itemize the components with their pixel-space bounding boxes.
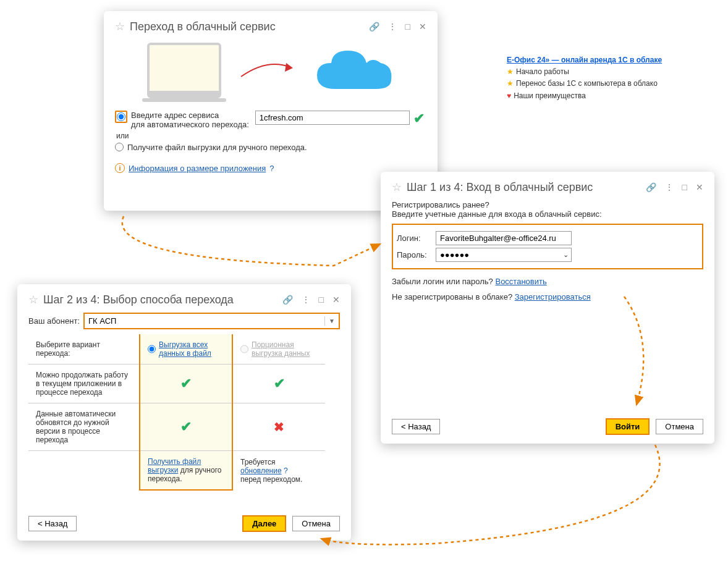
- titlebar: ☆ Шаг 1 из 4: Вход в облачный сервис 🔗 ⋮…: [392, 180, 703, 194]
- subscriber-label: Ваш абонент:: [28, 316, 80, 326]
- forgot-label: Забыли логин или пароль?: [392, 277, 493, 286]
- check-icon: ✔: [413, 111, 425, 127]
- maximize-icon[interactable]: □: [682, 182, 687, 192]
- maximize-icon[interactable]: □: [405, 22, 410, 32]
- menu-icon[interactable]: ⋮: [388, 22, 397, 32]
- star-icon: ★: [507, 66, 514, 78]
- menu-icon[interactable]: ⋮: [665, 182, 674, 192]
- options-table: Выберите вариант перехода: Выгрузка всех…: [28, 334, 325, 491]
- x-icon: ✖: [274, 420, 284, 434]
- app-size-info-link[interactable]: Информация о размере приложения: [129, 164, 266, 173]
- foot2-prefix: Требуется: [240, 458, 275, 466]
- favorite-star-icon[interactable]: ☆: [28, 293, 38, 306]
- close-icon[interactable]: ✕: [696, 182, 703, 192]
- credentials-box: Логин: Пароль: ⌄: [392, 224, 703, 269]
- close-icon[interactable]: ✕: [419, 22, 426, 32]
- window-title: Переход в облачный сервис: [130, 20, 369, 33]
- window-title: Шаг 2 из 4: Выбор способа перехода: [43, 293, 282, 306]
- maximize-icon[interactable]: □: [319, 295, 324, 305]
- cancel-button[interactable]: Отмена: [292, 516, 340, 531]
- link-icon[interactable]: 🔗: [369, 22, 379, 32]
- sidebar-links: Е-Офис 24» — онлайн аренда 1С в облаке ★…: [507, 54, 662, 102]
- choose-label: Выберите вариант перехода:: [28, 334, 140, 365]
- radio-auto-label-2: для автоматического перехода:: [131, 120, 249, 129]
- link-icon[interactable]: 🔗: [282, 295, 293, 305]
- sidebar-item[interactable]: Наши преимущества: [514, 90, 586, 102]
- favorite-star-icon[interactable]: ☆: [115, 20, 125, 33]
- check-icon: ✔: [180, 376, 192, 391]
- next-button[interactable]: Далее: [242, 515, 286, 532]
- check-icon: ✔: [180, 419, 192, 434]
- or-label: или: [116, 132, 426, 140]
- sidebar-item[interactable]: Начало работы: [516, 66, 569, 78]
- prompt-enter-creds: Введите учетные данные для входа в облач…: [392, 209, 703, 219]
- close-icon[interactable]: ✕: [332, 295, 340, 305]
- radio-portion-export: [240, 345, 248, 353]
- subscriber-value[interactable]: [85, 314, 324, 328]
- reveal-password-icon[interactable]: ⌄: [561, 251, 571, 259]
- illustration: [115, 43, 426, 98]
- back-button[interactable]: < Назад: [28, 516, 77, 531]
- favorite-star-icon[interactable]: ☆: [392, 180, 402, 194]
- titlebar: ☆ Шаг 2 из 4: Выбор способа перехода 🔗 ⋮…: [28, 293, 340, 306]
- password-input[interactable]: [436, 248, 561, 261]
- cloud-icon: [314, 46, 394, 95]
- heart-icon: ♥: [507, 90, 511, 102]
- menu-icon[interactable]: ⋮: [302, 295, 310, 305]
- row-continue-work: Можно продолжать работу в текущем прилож…: [28, 365, 140, 403]
- radio-manual-export[interactable]: [115, 143, 124, 151]
- subscriber-select[interactable]: ▼: [83, 313, 340, 329]
- help-icon[interactable]: ?: [284, 466, 288, 475]
- prompt-registered: Регистрировались ранее?: [392, 200, 703, 209]
- row-auto-update: Данные автоматически обновятся до нужной…: [28, 403, 140, 451]
- star-icon: ★: [507, 78, 514, 90]
- help-icon[interactable]: ?: [269, 164, 274, 173]
- info-icon: i: [115, 163, 125, 173]
- laptop-icon: [147, 43, 221, 98]
- login-label: Логин:: [397, 234, 431, 243]
- foot2-suffix: перед переходом.: [240, 475, 302, 484]
- radio-auto-label-1: Введите адрес сервиса: [131, 111, 249, 120]
- password-label: Пароль:: [397, 250, 431, 259]
- login-input[interactable]: [436, 231, 572, 245]
- window-title: Шаг 1 из 4: Вход в облачный сервис: [407, 181, 646, 194]
- back-button[interactable]: < Назад: [392, 419, 440, 434]
- window-choose-method: ☆ Шаг 2 из 4: Выбор способа перехода 🔗 ⋮…: [17, 284, 351, 541]
- opt-portion-export: Порционная выгрузка данных: [252, 340, 318, 358]
- dropdown-icon[interactable]: ▼: [324, 316, 339, 326]
- radio-auto-highlight: [115, 111, 127, 123]
- update-link[interactable]: обновление: [240, 466, 282, 475]
- login-button[interactable]: Войти: [606, 418, 650, 435]
- radio-full-export[interactable]: [148, 345, 156, 353]
- radio-auto-address[interactable]: [117, 112, 125, 121]
- window-login: ☆ Шаг 1 из 4: Вход в облачный сервис 🔗 ⋮…: [381, 172, 714, 444]
- cancel-button[interactable]: Отмена: [656, 419, 703, 434]
- opt-full-export[interactable]: Выгрузка всех данных в файл: [159, 340, 224, 358]
- noreg-label: Не зарегистрированы в облаке?: [392, 292, 512, 301]
- titlebar: ☆ Переход в облачный сервис 🔗 ⋮ □ ✕: [115, 20, 426, 33]
- service-address-input[interactable]: [255, 111, 410, 125]
- arrow-icon: [240, 58, 295, 83]
- check-icon: ✔: [274, 376, 285, 391]
- register-link[interactable]: Зарегистрироваться: [515, 292, 591, 301]
- sidebar-item[interactable]: Перенос базы 1С с компьютера в облако: [516, 78, 658, 90]
- recover-link[interactable]: Восстановить: [495, 277, 546, 286]
- radio-manual-label: Получите файл выгрузки для ручного перех…: [127, 143, 307, 152]
- sidebar-title[interactable]: Е-Офис 24» — онлайн аренда 1С в облаке: [507, 54, 662, 66]
- link-icon[interactable]: 🔗: [646, 182, 656, 192]
